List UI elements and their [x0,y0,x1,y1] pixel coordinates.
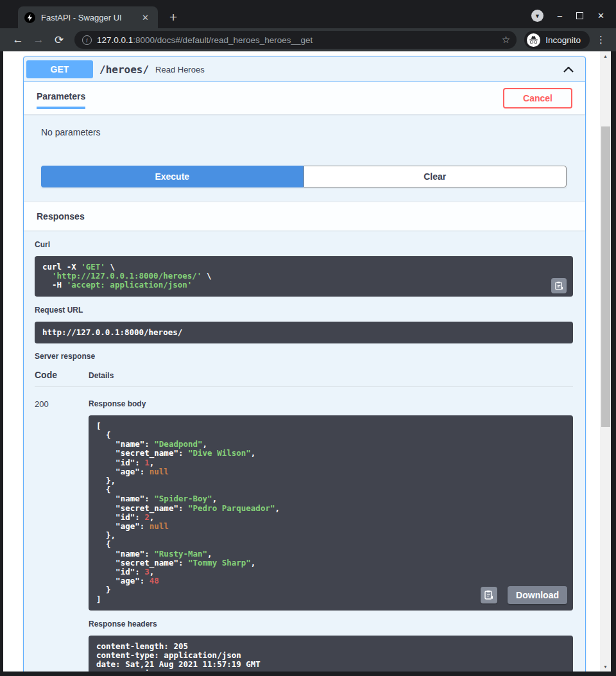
close-window-icon[interactable]: ✕ [597,12,604,20]
endpoint-path: /heroes/ [99,64,149,76]
opblock-get-heroes: GET /heroes/ Read Heroes Parameters Canc… [23,56,586,672]
bookmark-star-icon[interactable]: ☆ [502,34,510,46]
browser-window: FastAPI - Swagger UI ✕ + ▼ – ✕ ← → ⟳ i 1… [0,0,616,676]
reload-icon[interactable]: ⟳ [50,31,68,49]
parameters-body: No parameters Execute Clear [24,114,585,202]
minimize-icon[interactable]: – [558,12,562,20]
fastapi-favicon-icon [24,12,35,23]
status-code: 200 [35,399,89,672]
page-info-icon[interactable]: i [82,35,92,45]
copy-response-button[interactable] [481,587,497,603]
responses-title: Responses [37,211,85,221]
tab-parameters[interactable]: Parameters [37,87,85,109]
clear-button[interactable]: Clear [304,166,567,187]
details-column-header: Details [89,371,114,380]
response-details: Response body [ { "name": "Deadpond", "s… [89,399,573,672]
request-url-value: http://127.0.0.1:8000/heroes/ [35,322,573,343]
response-body-json: [ { "name": "Deadpond", "secret_name": "… [89,415,573,611]
cancel-button[interactable]: Cancel [503,88,572,108]
incognito-icon [527,33,540,47]
url-path: :8000/docs#/default/read_heroes_heroes__… [133,35,312,45]
responses-header: Responses [24,202,585,230]
swagger-content: GET /heroes/ Read Heroes Parameters Canc… [3,51,600,672]
response-row: 200 Response body [ { "name": "Deadpond"… [35,387,573,672]
response-table-header: Code Details [35,370,573,387]
code-column-header: Code [35,370,89,380]
page-scrollbar[interactable]: ▲ ▼ [600,51,611,672]
menu-kebab-icon[interactable]: ⋮ [592,34,610,46]
maximize-icon[interactable] [576,12,583,19]
tab-title: FastAPI - Swagger UI [41,13,133,22]
scrollbar-thumb[interactable] [601,126,610,427]
url-bar[interactable]: i 127.0.0.1:8000/docs#/default/read_hero… [74,31,517,49]
page-area: GET /heroes/ Read Heroes Parameters Canc… [0,51,616,672]
curl-label: Curl [35,240,573,249]
no-parameters-text: No parameters [41,127,572,137]
tab-close-icon[interactable]: ✕ [139,12,151,23]
copy-curl-button[interactable] [551,278,567,293]
incognito-label: Incognito [545,35,581,45]
responses-body: Curl curl -X 'GET' \ 'http://127.0.0.1:8… [24,230,585,672]
collapse-chevron-icon[interactable] [558,61,579,78]
server-response-label: Server response [35,352,573,361]
window-bottom-edge [0,672,616,676]
new-tab-button[interactable]: + [166,10,181,25]
scrollbar-down-icon[interactable]: ▼ [600,662,611,672]
url-host: 127.0.0.1 [97,35,133,45]
forward-icon[interactable]: → [30,31,47,49]
request-url-label: Request URL [35,306,573,315]
tab-search-icon[interactable]: ▼ [531,10,543,22]
execute-row: Execute Clear [41,166,567,187]
browser-toolbar: ← → ⟳ i 127.0.0.1:8000/docs#/default/rea… [0,28,616,51]
response-headers-label: Response headers [89,620,573,628]
curl-command: curl -X 'GET' \ 'http://127.0.0.1:8000/h… [35,256,573,297]
opblock-summary[interactable]: GET /heroes/ Read Heroes [24,57,585,82]
url-text: 127.0.0.1:8000/docs#/default/read_heroes… [97,35,497,45]
response-body-label: Response body [89,399,573,408]
scrollbar-up-icon[interactable]: ▲ [600,51,611,61]
response-headers-value: content-length: 205content-type: applica… [89,636,573,672]
method-badge: GET [26,60,93,78]
incognito-badge: Incognito [524,31,590,49]
window-right-edge [611,51,616,672]
browser-tab[interactable]: FastAPI - Swagger UI ✕ [18,6,158,28]
parameters-header: Parameters Cancel [24,82,585,114]
window-controls: ▼ – ✕ [531,10,604,22]
execute-button[interactable]: Execute [41,166,304,187]
tab-strip: FastAPI - Swagger UI ✕ + ▼ – ✕ [0,0,616,28]
endpoint-summary: Read Heroes [155,65,205,74]
back-icon[interactable]: ← [9,31,27,49]
download-button[interactable]: Download [508,586,567,604]
